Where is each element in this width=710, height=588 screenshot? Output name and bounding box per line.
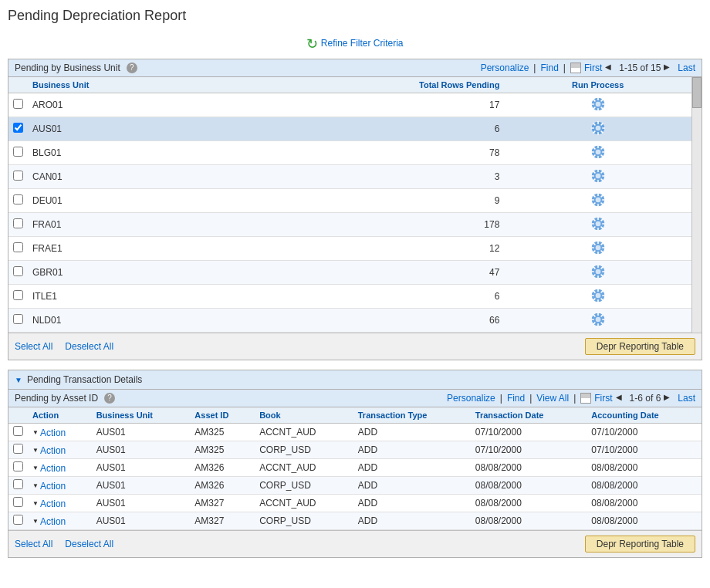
run-process-btn[interactable]	[590, 96, 607, 113]
row-action[interactable]: ▼ Action	[28, 459, 92, 477]
row-checkbox[interactable]	[8, 117, 28, 141]
action-link[interactable]: Action	[40, 498, 66, 509]
row-checkbox-bottom[interactable]	[8, 424, 28, 441]
table-row: ARO01 17	[8, 93, 691, 117]
row-checkbox-bottom[interactable]	[8, 459, 28, 477]
grid-icon-top[interactable]	[570, 63, 581, 73]
collapse-arrow[interactable]: ▼	[15, 376, 22, 384]
action-dropdown[interactable]: ▼ Action	[32, 516, 66, 527]
row-action[interactable]: ▼ Action	[28, 441, 92, 459]
row-accounting-date: 07/10/2000	[587, 441, 702, 459]
table-row: ▼ Action AUS01 AM327 ACCNT_AUD ADD 08/08…	[8, 495, 702, 512]
action-link[interactable]: Action	[40, 445, 66, 456]
row-checkbox[interactable]	[8, 213, 28, 237]
first-link-bottom[interactable]: First	[594, 393, 612, 404]
last-link-top[interactable]: Last	[678, 63, 695, 73]
row-rows-pending: 78	[229, 141, 504, 165]
run-process-btn[interactable]	[590, 215, 607, 232]
row-checkbox[interactable]	[8, 237, 28, 261]
action-link[interactable]: Action	[40, 481, 66, 492]
deselect-all-top[interactable]: Deselect All	[65, 341, 113, 352]
bottom-sub-title: Pending by Asset ID	[15, 393, 98, 404]
row-checkbox[interactable]	[8, 285, 28, 309]
deselect-all-bottom[interactable]: Deselect All	[65, 539, 113, 549]
top-table-body: ARO01 17 AUS01 6 BLG01 78	[8, 93, 691, 333]
row-checkbox-bottom[interactable]	[8, 441, 28, 459]
row-checkbox[interactable]	[8, 189, 28, 213]
run-process-btn[interactable]	[590, 287, 607, 304]
col-book: Book	[255, 407, 353, 424]
personalize-link-bottom[interactable]: Personalize	[447, 393, 495, 404]
row-checkbox[interactable]	[8, 93, 28, 117]
row-run-process[interactable]	[504, 117, 691, 141]
row-transaction-date: 08/08/2000	[471, 477, 587, 495]
row-run-process[interactable]	[504, 261, 691, 285]
nav-arrow-next-bottom[interactable]: ▶	[664, 393, 674, 404]
col-action: Action	[28, 407, 92, 424]
depr-btn-bottom[interactable]: Depr Reporting Table	[585, 536, 695, 553]
action-dropdown[interactable]: ▼ Action	[32, 427, 66, 438]
row-checkbox-bottom[interactable]	[8, 495, 28, 512]
col-business-unit: Business Unit	[28, 77, 229, 93]
page-info-bottom: 1-6 of 6	[630, 393, 661, 404]
run-process-btn[interactable]	[590, 311, 607, 328]
row-checkbox-bottom[interactable]	[8, 512, 28, 530]
row-book: CORP_USD	[255, 441, 353, 459]
row-transaction-type: ADD	[353, 424, 471, 441]
action-dropdown[interactable]: ▼ Action	[32, 498, 66, 509]
row-run-process[interactable]	[504, 165, 691, 189]
nav-arrow-prev-top[interactable]: ◀	[605, 63, 616, 73]
row-action[interactable]: ▼ Action	[28, 477, 92, 495]
row-checkbox[interactable]	[8, 165, 28, 189]
run-process-btn[interactable]	[590, 239, 607, 256]
depr-btn-top[interactable]: Depr Reporting Table	[585, 338, 695, 355]
action-link[interactable]: Action	[40, 427, 66, 438]
row-run-process[interactable]	[504, 285, 691, 309]
table-row: ▼ Action AUS01 AM325 ACCNT_AUD ADD 07/10…	[8, 424, 702, 441]
row-action[interactable]: ▼ Action	[28, 424, 92, 441]
row-run-process[interactable]	[504, 213, 691, 237]
row-run-process[interactable]	[504, 141, 691, 165]
svg-point-7	[595, 174, 600, 179]
row-checkbox[interactable]	[8, 141, 28, 165]
row-checkbox[interactable]	[8, 309, 28, 333]
row-action[interactable]: ▼ Action	[28, 512, 92, 530]
table-row: FRA01 178	[8, 213, 691, 237]
first-link-top[interactable]: First	[584, 63, 602, 73]
find-link-bottom[interactable]: Find	[507, 393, 525, 404]
col-asset-id: Asset ID	[190, 407, 255, 424]
help-icon-top[interactable]: ?	[127, 63, 137, 73]
run-process-btn[interactable]	[590, 263, 607, 280]
row-checkbox[interactable]	[8, 261, 28, 285]
row-run-process[interactable]	[504, 309, 691, 333]
row-run-process[interactable]	[504, 237, 691, 261]
table-row: CAN01 3	[8, 165, 691, 189]
select-all-bottom[interactable]: Select All	[15, 539, 52, 549]
row-run-process[interactable]	[504, 189, 691, 213]
run-process-btn[interactable]	[590, 144, 607, 161]
run-process-btn[interactable]	[590, 191, 607, 208]
refresh-icon[interactable]: ↻	[306, 36, 318, 52]
help-icon-bottom[interactable]: ?	[104, 393, 115, 404]
personalize-link-top[interactable]: Personalize	[481, 63, 529, 73]
refine-filter-link[interactable]: Refine Filter Criteria	[321, 38, 404, 49]
nav-arrow-prev-bottom[interactable]: ◀	[616, 393, 627, 404]
run-process-btn[interactable]	[590, 120, 607, 137]
nav-arrow-next-top[interactable]: ▶	[664, 63, 674, 73]
action-dropdown[interactable]: ▼ Action	[32, 463, 66, 474]
refine-bar: ↻ Refine Filter Criteria	[8, 35, 702, 52]
select-all-top[interactable]: Select All	[15, 341, 52, 352]
find-link-top[interactable]: Find	[540, 63, 558, 73]
grid-icon-bottom[interactable]	[580, 393, 591, 404]
run-process-btn[interactable]	[590, 167, 607, 184]
view-all-link[interactable]: View All	[536, 393, 569, 404]
row-business-unit: FRAE1	[28, 237, 229, 261]
row-action[interactable]: ▼ Action	[28, 495, 92, 512]
row-checkbox-bottom[interactable]	[8, 477, 28, 495]
row-run-process[interactable]	[504, 93, 691, 117]
action-link[interactable]: Action	[40, 516, 66, 527]
action-dropdown[interactable]: ▼ Action	[32, 445, 66, 456]
action-dropdown[interactable]: ▼ Action	[32, 481, 66, 492]
action-link[interactable]: Action	[40, 463, 66, 474]
last-link-bottom[interactable]: Last	[678, 393, 695, 404]
